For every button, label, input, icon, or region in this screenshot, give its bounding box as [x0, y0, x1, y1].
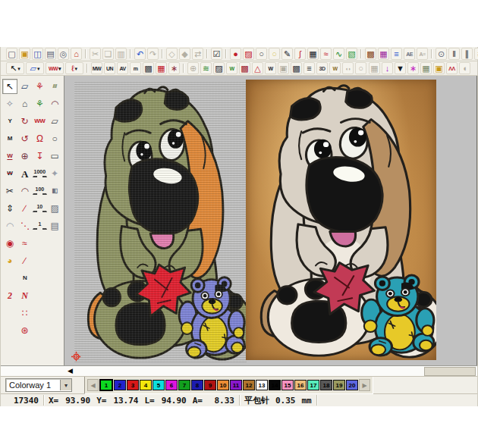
- tatami-fill-icon[interactable]: ▨: [243, 48, 254, 60]
- palette-color-3[interactable]: 3: [127, 380, 139, 390]
- design-home-icon[interactable]: ⌂: [71, 48, 82, 60]
- eye-shape-2-icon[interactable]: ○: [355, 62, 366, 74]
- palette-color-15[interactable]: 15: [281, 380, 294, 390]
- stitch-disabled-icon[interactable]: ▣: [278, 62, 289, 74]
- outline-pen-icon[interactable]: ℓ▾: [65, 62, 83, 74]
- density-10-icon[interactable]: 10: [33, 201, 48, 212]
- applique-outline-icon[interactable]: ○: [256, 48, 267, 60]
- lettering-ae-icon[interactable]: AE: [404, 48, 415, 60]
- slant-stitch-icon[interactable]: ∕: [17, 253, 33, 268]
- design-canvas[interactable]: [64, 76, 477, 365]
- new-document-icon[interactable]: ▢: [6, 48, 17, 60]
- plant-motif-icon[interactable]: ⚘: [33, 96, 48, 111]
- bitmap-image-icon[interactable]: ▩: [365, 48, 376, 60]
- density-100-icon[interactable]: 100: [33, 183, 48, 195]
- eyelet-pair-icon[interactable]: ∷: [17, 305, 33, 321]
- stack-lines-icon[interactable]: ≡: [303, 62, 315, 74]
- rotate-tool-icon[interactable]: ↻: [17, 114, 33, 129]
- needle-thread-icon[interactable]: ʃ: [294, 48, 306, 60]
- stitch-bars-icon[interactable]: m: [130, 62, 141, 74]
- scissors-icon[interactable]: ✂: [2, 183, 17, 199]
- fabric-tool-icon[interactable]: ▨: [47, 201, 62, 216]
- skew-tool-icon[interactable]: ▱: [47, 114, 62, 129]
- view-3d-icon[interactable]: 3D: [316, 62, 328, 74]
- artwork-reference-view[interactable]: [246, 80, 436, 360]
- palette-color-16[interactable]: 16: [294, 380, 307, 390]
- stitch-diagonal-icon[interactable]: AV: [117, 62, 128, 74]
- mesh-grid-icon[interactable]: ▦: [307, 48, 319, 60]
- outline-shape-icon[interactable]: ⌂: [17, 96, 33, 111]
- palette-color-11[interactable]: 11: [230, 380, 242, 390]
- flower-motif-icon[interactable]: ⚘: [33, 79, 48, 94]
- cut-icon[interactable]: ✂: [90, 48, 101, 60]
- select-pointer-icon[interactable]: ↖▾: [6, 62, 24, 74]
- redo-icon[interactable]: ↷: [147, 48, 159, 60]
- speaker-icon[interactable]: ◖: [459, 62, 470, 74]
- chevron-down-icon[interactable]: ▾: [60, 380, 71, 390]
- stitch-blend-icon[interactable]: ▩: [239, 62, 250, 74]
- transform-scale-icon[interactable]: ◇: [166, 48, 178, 60]
- palette-color-8[interactable]: 8: [191, 380, 203, 390]
- jug-motif-icon[interactable]: Ω: [33, 131, 48, 146]
- bridge-tool-icon[interactable]: ◠: [17, 183, 33, 199]
- stitch-cross-icon[interactable]: ▨: [213, 62, 225, 74]
- stitch-columns-icon[interactable]: UN: [104, 62, 115, 74]
- eye-shape-icon[interactable]: ◖◗: [342, 62, 354, 74]
- line-stitch-icon[interactable]: ∕: [17, 201, 33, 216]
- stitch-tatami-dark-icon[interactable]: ▩: [143, 62, 154, 74]
- palette-color-7[interactable]: 7: [178, 380, 190, 390]
- horizontal-scrollbar[interactable]: ◀: [1, 365, 477, 377]
- palette-prev-icon[interactable]: ◀: [87, 379, 99, 391]
- stitch-spacing-icon[interactable]: ⇕: [2, 201, 17, 216]
- ball-motif-icon[interactable]: ◕: [2, 253, 17, 268]
- palette-next-icon[interactable]: ▶: [359, 379, 370, 391]
- move-node-icon[interactable]: M: [2, 131, 17, 146]
- open-folder-icon[interactable]: ▣: [19, 48, 30, 60]
- step-stitch-icon[interactable]: ⋱: [17, 218, 33, 233]
- undo-icon[interactable]: ↶: [134, 48, 146, 60]
- word-underline-icon[interactable]: W: [2, 149, 17, 164]
- lettering-faded-icon[interactable]: A≡: [417, 48, 428, 60]
- stitch-spiral-icon[interactable]: W: [265, 62, 276, 74]
- reshape-nodes-icon[interactable]: ▱: [17, 79, 33, 94]
- stitch-motif-icon[interactable]: ∗: [168, 62, 180, 74]
- hatch-fill-icon[interactable]: ///: [47, 79, 62, 94]
- print-icon[interactable]: ▤: [45, 48, 56, 60]
- print-preview-icon[interactable]: ◎: [58, 48, 69, 60]
- select-check-icon[interactable]: ☑: [211, 48, 222, 60]
- palette-color-10[interactable]: 10: [217, 380, 229, 390]
- pen-line-icon[interactable]: ✎: [281, 48, 293, 60]
- satin-input-icon[interactable]: WW▾: [46, 62, 64, 74]
- embroidery-stitch-view[interactable]: [74, 81, 247, 362]
- cut-word-icon[interactable]: W: [2, 166, 17, 181]
- color-grid-icon[interactable]: ▦: [378, 48, 389, 60]
- stitch-feather-icon[interactable]: W: [226, 62, 237, 74]
- palette-color-20[interactable]: 20: [346, 380, 358, 390]
- palette-color-18[interactable]: 18: [320, 380, 332, 390]
- density-1000-icon[interactable]: 1000: [33, 166, 48, 177]
- swirl-tool-icon[interactable]: ↺: [17, 131, 33, 146]
- stitch-check-icon[interactable]: ▩: [291, 62, 302, 74]
- down-marker-icon[interactable]: ▼: [395, 62, 406, 74]
- bobbin-icon[interactable]: ‖: [448, 48, 460, 60]
- stitch-wave-green-icon[interactable]: ≋: [200, 62, 212, 74]
- stitch-multi-icon[interactable]: W: [329, 62, 341, 74]
- block-grid-icon[interactable]: #: [474, 48, 478, 60]
- photo-image-icon[interactable]: ▧: [346, 48, 357, 60]
- palette-color-2[interactable]: 2: [114, 380, 126, 390]
- scroll-left-icon[interactable]: ◀: [68, 367, 73, 375]
- digitize-nodes-icon[interactable]: ▱▾: [26, 62, 44, 74]
- lips-motif-icon[interactable]: ◉: [2, 236, 17, 251]
- palette-color-19[interactable]: 19: [333, 380, 345, 390]
- needle-point-icon[interactable]: ↓: [382, 62, 393, 74]
- stitch-zigzag-icon[interactable]: MW: [91, 62, 102, 74]
- node-fork-icon[interactable]: Y: [2, 114, 17, 129]
- select-arrow-icon[interactable]: ↖: [2, 79, 17, 94]
- wave-stitch-icon[interactable]: ≈: [320, 48, 332, 60]
- polygon-select-icon[interactable]: ✧: [2, 96, 17, 111]
- lettering-icon[interactable]: A: [17, 166, 33, 181]
- n-curve-icon[interactable]: N: [17, 271, 33, 286]
- fan-tool-icon[interactable]: ◠: [2, 218, 17, 233]
- mirror-icon[interactable]: ⇄: [192, 48, 203, 60]
- save-icon[interactable]: ◫: [32, 48, 43, 60]
